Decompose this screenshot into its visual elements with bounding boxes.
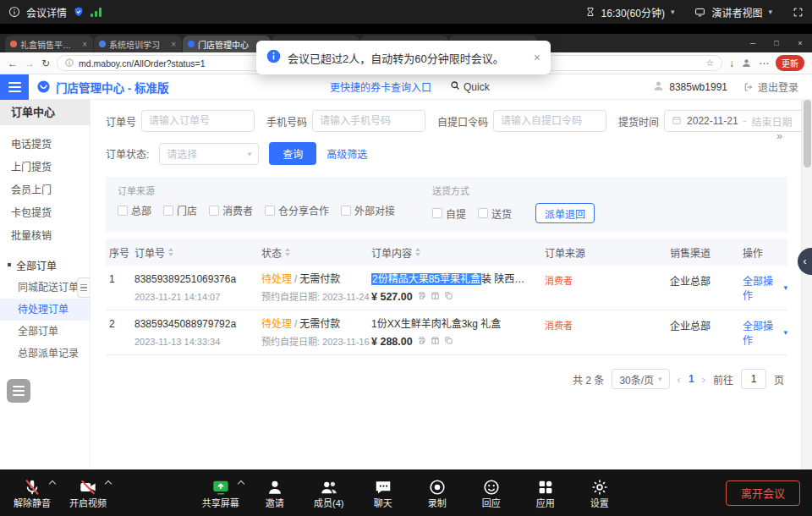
view-caret-icon[interactable]: ▾ <box>768 8 772 16</box>
refresh-icon[interactable]: ↻ <box>41 58 50 69</box>
all-actions-dropdown[interactable]: 全部操作▾ <box>743 318 787 347</box>
sidebar-header-order-center[interactable]: 订单中心 <box>0 100 90 125</box>
table-row-2[interactable]: 2 83859345088979792a 2023-11-13 14:33:34… <box>106 310 787 355</box>
collapse-panel-icon[interactable]: » <box>776 130 782 142</box>
pickup-date-range-picker[interactable]: 2022-11-21 - 结束日期 <box>664 110 801 132</box>
sidebar-group-all-orders[interactable]: 全部订单 <box>0 253 90 277</box>
dispatch-return-button[interactable]: 派单退回 <box>535 203 595 223</box>
sidebar-item-card-pickup[interactable]: 卡包提货 <box>0 202 90 225</box>
view-mode-selector[interactable]: 演讲者视图 <box>711 5 762 19</box>
sort-icon[interactable] <box>415 248 420 256</box>
timer-caret-icon[interactable]: ▾ <box>671 8 675 16</box>
user-avatar-icon[interactable] <box>652 80 665 95</box>
logout-icon[interactable] <box>743 82 754 92</box>
chevron-up-icon[interactable] <box>49 480 56 487</box>
unmute-button[interactable]: 解除静音 <box>8 474 56 512</box>
checkbox-icon[interactable] <box>163 206 173 216</box>
checkbox-icon[interactable] <box>209 206 219 216</box>
checkbox-icon[interactable] <box>118 206 128 216</box>
scrollbar-thumb[interactable] <box>804 100 811 167</box>
security-shield-icon[interactable] <box>73 6 85 18</box>
print-icon[interactable] <box>417 336 426 348</box>
chevron-up-icon[interactable] <box>105 480 112 487</box>
sidebar-quick-menu-button[interactable] <box>7 379 30 403</box>
quick-search[interactable]: Quick <box>450 80 490 93</box>
record-button[interactable]: 录制 <box>414 474 461 512</box>
toast-close-icon[interactable]: × <box>534 51 540 64</box>
checkbox-delivery-pickup[interactable]: 自提 <box>432 206 466 221</box>
sidebar-item-batch-verify[interactable]: 批量核销 <box>0 225 90 248</box>
members-button[interactable]: 成员(4) <box>305 474 353 512</box>
checkbox-source-store[interactable]: 门店 <box>163 203 197 217</box>
sidebar-item-all-orders[interactable]: 全部订单 <box>0 321 90 343</box>
info-icon[interactable] <box>8 6 20 18</box>
quick-search-icon[interactable] <box>450 80 460 93</box>
package-icon[interactable] <box>431 291 440 303</box>
meeting-timer[interactable]: 16:30(60分钟) <box>601 5 665 19</box>
logout-button[interactable]: 退出登录 <box>758 80 798 94</box>
reactions-button[interactable]: 回应 <box>468 474 515 512</box>
browser-menu-icon[interactable]: ⋯ <box>759 58 769 69</box>
sidebar-collapse-handle[interactable] <box>77 277 90 298</box>
checkbox-source-warehouse-coop[interactable]: 仓分享合作 <box>265 203 329 217</box>
browser-tab-2[interactable]: 系统培训学习 × <box>94 36 182 52</box>
sidebar-item-phone-pickup[interactable]: 电话提货 <box>0 134 90 156</box>
page-size-select[interactable]: 30条/页 ▾ <box>612 369 669 389</box>
downloads-icon[interactable]: ↓ <box>729 58 734 69</box>
back-icon[interactable]: ← <box>8 58 18 69</box>
search-button[interactable]: 查询 <box>269 142 316 165</box>
username[interactable]: 8385wb1991 <box>669 81 727 93</box>
print-icon[interactable] <box>417 291 426 303</box>
forward-icon[interactable]: → <box>25 58 35 69</box>
window-close-button[interactable]: × <box>788 34 812 52</box>
meeting-details-button[interactable]: 会议详情 <box>26 5 67 19</box>
col-content[interactable]: 订单内容 <box>371 245 545 260</box>
share-screen-button[interactable]: 共享屏幕 <box>197 474 244 512</box>
tab-close-icon[interactable]: × <box>170 40 177 49</box>
sidebar-item-door-pickup[interactable]: 上门提货 <box>0 156 90 179</box>
checkbox-delivery-deliver[interactable]: 送货 <box>478 206 512 221</box>
checkbox-source-consumer[interactable]: 消费者 <box>209 203 253 217</box>
checkbox-icon[interactable] <box>341 206 351 216</box>
goto-page-input[interactable] <box>741 369 766 389</box>
chat-button[interactable]: 聊天 <box>359 474 407 512</box>
site-info-icon[interactable] <box>65 58 74 69</box>
current-page[interactable]: 1 <box>689 373 694 385</box>
table-row-1[interactable]: 1 83859389251069376a 2023-11-21 14:14:07… <box>106 266 787 310</box>
browser-tab-1[interactable]: 礼盒销售平台管理中心 × <box>5 36 93 52</box>
advanced-filter-link[interactable]: 高级筛选 <box>326 146 367 161</box>
bookmark-star-icon[interactable]: ☆ <box>705 58 714 69</box>
browser-update-button[interactable]: 更新 <box>776 55 804 71</box>
package-icon[interactable] <box>431 336 440 348</box>
col-status[interactable]: 状态 <box>261 245 371 260</box>
apps-button[interactable]: 应用 <box>522 474 569 512</box>
order-no-input[interactable] <box>141 110 255 132</box>
pickup-code-input[interactable] <box>493 110 606 132</box>
window-maximize-button[interactable]: □ <box>765 34 788 52</box>
sidebar-item-hq-dispatch-records[interactable]: 总部派单记录 <box>0 343 90 365</box>
checkbox-icon[interactable] <box>265 206 275 216</box>
checkbox-icon[interactable] <box>478 208 488 218</box>
checkbox-source-hq[interactable]: 总部 <box>118 203 151 217</box>
leave-meeting-button[interactable]: 离开会议 <box>726 480 800 506</box>
prev-page-icon[interactable]: ‹ <box>678 373 681 386</box>
coupon-quick-entry-link[interactable]: 更快捷的券卡查询入口 <box>330 80 431 94</box>
browser-profile-icon[interactable] <box>741 58 752 69</box>
all-actions-dropdown[interactable]: 全部操作▾ <box>743 273 787 302</box>
quick-label[interactable]: Quick <box>464 81 490 93</box>
chevron-up-icon[interactable] <box>238 480 244 487</box>
order-status-select[interactable]: 请选择 ▾ <box>159 143 259 165</box>
sort-icon[interactable] <box>285 248 290 256</box>
sidebar-item-pending-orders[interactable]: 待处理订单 <box>0 299 90 321</box>
invite-button[interactable]: 邀请 <box>251 474 299 512</box>
menu-hamburger-button[interactable] <box>0 74 29 100</box>
tab-close-icon[interactable]: × <box>81 40 88 49</box>
next-page-icon[interactable]: › <box>702 373 705 386</box>
checkbox-icon[interactable] <box>432 208 442 218</box>
checkbox-source-external[interactable]: 外部对接 <box>341 203 395 217</box>
col-order-no[interactable]: 订单号 <box>134 245 261 260</box>
copy-icon[interactable] <box>444 336 453 348</box>
copy-icon[interactable] <box>444 291 453 303</box>
phone-input[interactable] <box>312 110 425 132</box>
start-video-button[interactable]: 开启视频 <box>64 474 112 512</box>
